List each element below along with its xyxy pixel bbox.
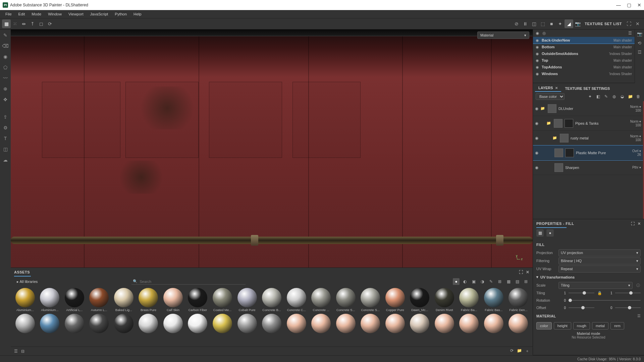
filter-smart-icon[interactable]: ◐ xyxy=(462,278,468,285)
asset-item[interactable] xyxy=(39,314,61,338)
eye-icon[interactable]: ◉ xyxy=(535,136,540,140)
layer-thumb[interactable] xyxy=(548,104,556,113)
ts-eye-all-icon[interactable]: ◉ xyxy=(536,31,539,36)
rside-camera-icon[interactable]: 📷 xyxy=(637,32,642,37)
projection-icon[interactable]: ◉ xyxy=(2,53,9,60)
asset-item[interactable]: Artificial L... xyxy=(63,288,86,312)
material-channel-rough[interactable]: rough xyxy=(573,322,590,329)
eraser-icon[interactable]: ⌫ xyxy=(2,42,9,50)
assets-close-icon[interactable]: ✕ xyxy=(526,270,530,275)
paint-layer-icon[interactable]: ◒ xyxy=(619,94,625,100)
tab-texture-set-settings[interactable]: TEXTURE SET SETTINGS xyxy=(562,85,613,92)
texture-set-row[interactable]: ◉OutsideSmolAddons'indows Shader xyxy=(533,50,635,57)
asset-item[interactable] xyxy=(483,314,505,338)
layer-mask[interactable] xyxy=(565,148,574,157)
scale-dropdown[interactable]: Tiling▾ xyxy=(558,282,633,289)
asset-add-icon[interactable]: ＋ xyxy=(525,348,529,354)
filter-env-icon[interactable]: ▤ xyxy=(514,278,521,285)
asset-item[interactable]: Fabric Bas... xyxy=(483,288,505,312)
send-icon[interactable]: ☁ xyxy=(2,156,9,164)
offset-slider-b[interactable] xyxy=(615,305,641,310)
asset-item[interactable]: Concrete S... xyxy=(359,288,381,312)
clone-icon[interactable]: ⊕ xyxy=(2,85,9,93)
menu-help[interactable]: Help xyxy=(130,11,145,17)
menu-edit[interactable]: Edit xyxy=(15,11,29,17)
asset-item[interactable] xyxy=(88,314,110,338)
material-settings-icon[interactable]: ☰ xyxy=(637,314,641,318)
filtering-dropdown[interactable]: Bilinear | HQ▾ xyxy=(558,257,641,264)
asset-item[interactable] xyxy=(211,314,233,338)
effect-icon[interactable]: ✦ xyxy=(587,94,593,100)
rside-log-icon[interactable]: ☲ xyxy=(638,50,642,55)
layer-mask[interactable] xyxy=(565,119,573,128)
asset-item[interactable]: Dawn_Mc... xyxy=(409,288,431,312)
close-panel-icon[interactable]: ✕ xyxy=(633,19,642,28)
asset-item[interactable] xyxy=(63,314,86,338)
asset-item[interactable] xyxy=(236,314,258,338)
asset-item[interactable]: Baked Lig... xyxy=(113,288,135,312)
asset-item[interactable]: Denim Rivet xyxy=(433,288,455,312)
export-icon[interactable]: ⇪ xyxy=(2,113,9,121)
cube-icon[interactable]: ⬚ xyxy=(538,19,547,28)
asset-item[interactable]: Aluminium... xyxy=(14,288,36,312)
tab-layers[interactable]: LAYERS✕ xyxy=(535,84,561,92)
ts-eye-solo-icon[interactable]: ◎ xyxy=(542,31,546,36)
asset-item[interactable]: Cobalt Pure xyxy=(236,288,258,312)
asset-item[interactable] xyxy=(113,314,135,338)
texture-set-row[interactable]: ◉TopAddonsMain shader xyxy=(533,64,635,70)
ts-settings-icon[interactable]: ☰ xyxy=(628,31,632,36)
prop-material-icon[interactable]: ● xyxy=(546,229,554,237)
close-button[interactable]: ✕ xyxy=(637,2,641,8)
pause-icon[interactable]: ⏸ xyxy=(521,19,530,28)
frame-icon[interactable]: ◻ xyxy=(37,19,46,28)
texture-set-row[interactable]: ◉TopMain shader xyxy=(533,57,635,64)
expand-icon[interactable]: ⛶ xyxy=(625,19,633,28)
asset-item[interactable] xyxy=(187,314,209,338)
material-channel-height[interactable]: height xyxy=(554,322,571,329)
layer-row[interactable]: ◉Plastic Matte PureOvrl ▾26 xyxy=(533,145,643,160)
asset-tree-icon[interactable]: ⊟ xyxy=(21,349,24,354)
asset-item[interactable]: Autumn L... xyxy=(88,288,110,312)
assets-search[interactable]: 🔍 xyxy=(131,279,246,285)
menu-window[interactable]: Window xyxy=(45,11,65,17)
prop-fill-icon[interactable]: ▦ xyxy=(536,229,544,237)
smudge-icon[interactable]: 〰 xyxy=(2,74,9,82)
material-channel-color[interactable]: color xyxy=(536,322,552,329)
filter-filter-icon[interactable]: ◑ xyxy=(479,278,486,285)
resource-icon[interactable]: ◫ xyxy=(2,145,9,153)
layer-thumb[interactable] xyxy=(554,148,563,157)
view-grid-icon[interactable]: ⊞ xyxy=(523,278,529,285)
tiling-slider-b[interactable] xyxy=(615,291,641,295)
offset-slider-a[interactable] xyxy=(569,305,594,310)
asset-folder-icon[interactable]: 📁 xyxy=(517,348,522,354)
eye-icon[interactable]: ◉ xyxy=(536,58,540,63)
lock-icon[interactable]: 🔒 xyxy=(597,291,602,295)
asset-item[interactable] xyxy=(384,314,406,338)
minimize-button[interactable]: — xyxy=(616,2,621,8)
asset-item[interactable] xyxy=(433,314,455,338)
filter-brush-icon[interactable]: ✎ xyxy=(488,278,494,285)
info-icon[interactable]: ⓘ xyxy=(635,283,641,288)
texture-set-row[interactable]: ◉BottomMain shader xyxy=(533,44,635,50)
delete-icon[interactable]: 🗑 xyxy=(635,94,641,100)
menu-mode[interactable]: Mode xyxy=(28,11,45,17)
asset-item[interactable] xyxy=(285,314,308,338)
folder-icon[interactable]: 📁 xyxy=(540,106,546,111)
tab-close-icon[interactable]: ✕ xyxy=(555,86,558,90)
folder-icon[interactable]: 📁 xyxy=(627,94,633,100)
eye-icon[interactable]: ◉ xyxy=(535,106,540,111)
mirror-x-icon[interactable]: ⇹ xyxy=(19,19,28,28)
3d-viewport[interactable]: Material▾ y└─ z xyxy=(11,29,533,267)
eye-icon[interactable]: ◉ xyxy=(535,165,540,170)
asset-item[interactable] xyxy=(310,314,332,338)
layer-row[interactable]: ◉📁DLUnderNorm ▾100 xyxy=(533,101,643,116)
edit-icon[interactable]: ✎ xyxy=(603,94,609,100)
texture-set-row[interactable]: ◉Back-UnderNewMain shader xyxy=(533,37,635,44)
asset-item[interactable] xyxy=(335,314,357,338)
maximize-button[interactable]: ▢ xyxy=(627,2,631,8)
asset-item[interactable]: Brass Pure xyxy=(138,288,160,312)
brush-icon[interactable]: ✎ xyxy=(2,32,9,39)
dots-icon[interactable]: ⁙ xyxy=(11,19,19,28)
assets-expand-icon[interactable]: ⛶ xyxy=(519,270,523,275)
rotation-slider[interactable] xyxy=(569,298,641,303)
